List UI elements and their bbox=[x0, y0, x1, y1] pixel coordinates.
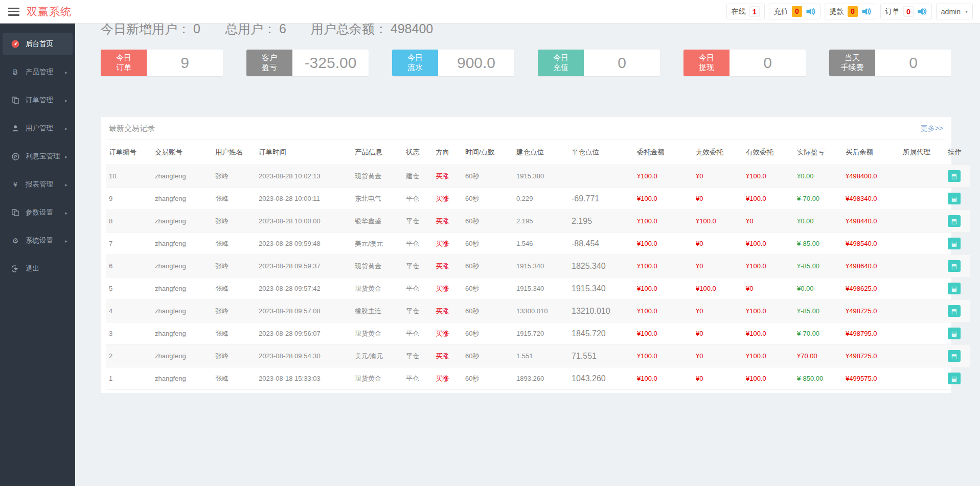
order-detail-button[interactable]: ▤ bbox=[948, 350, 961, 362]
cell-id: 5 bbox=[106, 277, 152, 300]
chevron-right-icon: ▸ bbox=[65, 182, 67, 188]
cell-direction: 买涨 bbox=[432, 210, 462, 233]
cell-open_point: 0.229 bbox=[513, 188, 568, 210]
cell-product: 美元/澳元 bbox=[352, 233, 403, 255]
cell-account: zhangfeng bbox=[152, 322, 212, 345]
order-detail-button[interactable]: ▤ bbox=[948, 328, 961, 339]
recharge-badge: 充值 0 bbox=[769, 4, 821, 19]
order-detail-button[interactable]: ▤ bbox=[948, 305, 961, 317]
cell-direction: 买涨 bbox=[432, 233, 462, 255]
cell-profit: ¥-70.00 bbox=[794, 188, 842, 210]
card-customer-pnl: 客户盈亏 -325.00 bbox=[246, 50, 369, 76]
sound-icon[interactable] bbox=[806, 8, 815, 15]
withdraw-label: 提款 bbox=[830, 7, 844, 16]
withdraw-badge: 提款 0 bbox=[825, 4, 876, 19]
order-detail-button[interactable]: ▤ bbox=[948, 238, 961, 249]
sidebar-item-label: 后台首页 bbox=[26, 39, 53, 49]
chevron-right-icon: ▸ bbox=[65, 70, 67, 75]
cell-time: 2023-08-28 09:57:42 bbox=[256, 277, 352, 300]
cell-product: 现货黄金 bbox=[352, 277, 403, 300]
cell-profit: ¥0.00 bbox=[794, 210, 842, 233]
cell-id: 9 bbox=[106, 188, 152, 210]
card-label: 客户盈亏 bbox=[246, 50, 292, 76]
cell-account: zhangfeng bbox=[152, 233, 212, 255]
order-detail-button[interactable]: ▤ bbox=[948, 283, 961, 294]
cell-invalid: ¥0 bbox=[693, 233, 743, 255]
col-status: 状态 bbox=[403, 140, 432, 165]
cell-action: ▤ bbox=[945, 233, 970, 255]
order-label: 订单 bbox=[885, 7, 900, 16]
order-detail-button[interactable]: ▤ bbox=[948, 260, 961, 272]
dashboard-icon bbox=[10, 40, 21, 48]
sidebar-item-interest[interactable]: P 利息宝管理 ▸ bbox=[3, 145, 73, 168]
sidebar-item-label: 系统设置 bbox=[26, 236, 53, 245]
sidebar-item-orders[interactable]: 订单管理 ▸ bbox=[3, 89, 73, 111]
cell-valid: ¥100.0 bbox=[743, 255, 794, 277]
cell-time: 2023-08-28 10:02:13 bbox=[256, 165, 352, 188]
cell-profit: ¥0.00 bbox=[794, 277, 842, 300]
sidebar-item-label: 退出 bbox=[26, 264, 39, 273]
cell-name: 张峰 bbox=[212, 233, 256, 255]
menu-toggle-icon[interactable] bbox=[8, 8, 19, 16]
cell-id: 2 bbox=[106, 345, 152, 367]
order-detail-button[interactable]: ▤ bbox=[948, 193, 961, 204]
col-account: 交易账号 bbox=[152, 140, 212, 165]
card-label: 当天手续费 bbox=[829, 50, 875, 76]
sound-icon[interactable] bbox=[861, 8, 871, 15]
order-detail-button[interactable]: ▤ bbox=[948, 215, 961, 227]
sidebar-item-logout[interactable]: 退出 bbox=[3, 258, 73, 280]
cell-product: 现货黄金 bbox=[352, 367, 403, 390]
sidebar-item-system[interactable]: ⚙ 系统设置 ▸ bbox=[3, 229, 73, 252]
order-detail-button[interactable]: ▤ bbox=[948, 373, 961, 384]
cell-invalid: ¥100.0 bbox=[693, 277, 743, 300]
cell-status: 平仓 bbox=[403, 233, 432, 255]
stat-label: 今日新增用户： bbox=[101, 21, 190, 36]
detail-list-icon: ▤ bbox=[951, 376, 957, 382]
cell-action: ▤ bbox=[945, 210, 970, 233]
sidebar-item-dashboard[interactable]: 后台首页 bbox=[3, 33, 73, 55]
online-badge: 在线 1 bbox=[726, 4, 765, 19]
cell-action: ▤ bbox=[945, 255, 970, 277]
cell-agent bbox=[900, 345, 945, 367]
chevron-right-icon: ▸ bbox=[65, 238, 67, 244]
cell-account: zhangfeng bbox=[152, 210, 212, 233]
admin-menu[interactable]: admin ▾ bbox=[936, 4, 973, 19]
detail-list-icon: ▤ bbox=[951, 308, 957, 314]
more-link[interactable]: 更多>> bbox=[921, 124, 943, 133]
cell-balance: ¥499575.0 bbox=[842, 367, 900, 390]
sidebar-item-users[interactable]: 用户管理 ▸ bbox=[3, 117, 73, 140]
cell-valid: ¥100.0 bbox=[743, 322, 794, 345]
cell-open_point: 1893.260 bbox=[513, 367, 568, 390]
order-detail-button[interactable]: ▤ bbox=[948, 170, 961, 182]
card-value: 0 bbox=[875, 50, 951, 76]
cell-time: 2023-08-28 09:54:30 bbox=[256, 345, 352, 367]
cell-direction: 买涨 bbox=[432, 277, 462, 300]
sidebar-item-reports[interactable]: ¥ 报表管理 ▸ bbox=[3, 173, 73, 196]
cell-balance: ¥498340.0 bbox=[842, 188, 900, 210]
cell-status: 平仓 bbox=[403, 255, 432, 277]
order-badge: 订单 0 bbox=[880, 4, 932, 19]
sidebar-item-products[interactable]: Ƀ 产品管理 ▸ bbox=[3, 61, 73, 83]
cell-product: 美元/澳元 bbox=[352, 345, 403, 367]
cell-name: 张峰 bbox=[212, 300, 256, 322]
cell-product: 现货黄金 bbox=[352, 165, 403, 188]
card-label: 今日充值 bbox=[538, 50, 584, 76]
cell-balance: ¥498725.0 bbox=[842, 300, 900, 322]
params-icon bbox=[10, 209, 21, 216]
cell-close_point bbox=[568, 165, 634, 188]
detail-list-icon: ▤ bbox=[951, 218, 957, 224]
cell-direction: 买涨 bbox=[432, 188, 462, 210]
logout-icon bbox=[10, 265, 21, 272]
cell-agent bbox=[900, 322, 945, 345]
cell-status: 平仓 bbox=[403, 277, 432, 300]
cell-duration: 60秒 bbox=[462, 233, 513, 255]
cell-agent bbox=[900, 300, 945, 322]
sidebar-item-params[interactable]: 参数设置 ▸ bbox=[3, 201, 73, 224]
sound-icon[interactable] bbox=[917, 8, 927, 15]
cell-close_point: -88.454 bbox=[568, 233, 634, 255]
card-value: -325.00 bbox=[292, 50, 369, 76]
cell-product: 橡胶主连 bbox=[352, 300, 403, 322]
detail-list-icon: ▤ bbox=[951, 263, 957, 269]
cell-direction: 买涨 bbox=[432, 165, 462, 188]
cell-profit: ¥0.00 bbox=[794, 165, 842, 188]
